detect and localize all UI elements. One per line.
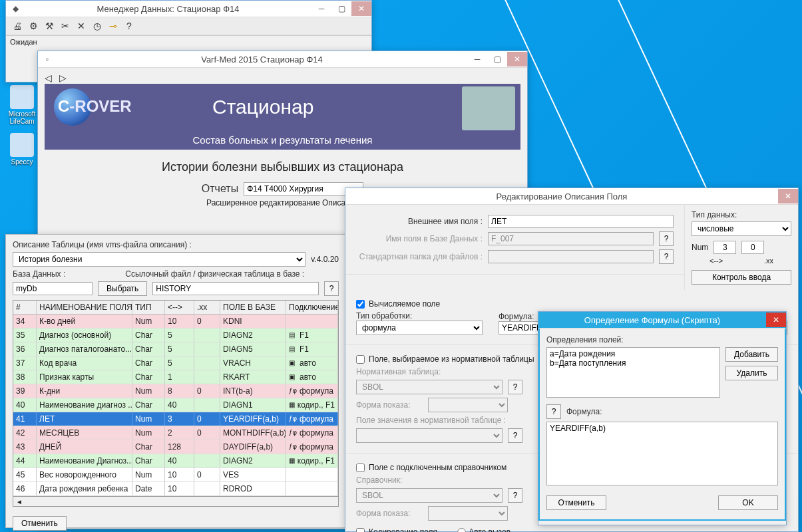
- formula-textarea[interactable]: [546, 422, 778, 485]
- close-button[interactable]: ✕: [507, 52, 527, 66]
- help-button[interactable]: ?: [508, 428, 522, 443]
- titlebar[interactable]: Редактирование Описания Поля ✕: [345, 188, 798, 205]
- close-button[interactable]: ✕: [778, 189, 798, 203]
- table-row[interactable]: 35Диагноз (основной)Char5DIAGN2▤ F1: [13, 329, 338, 342]
- tool-icon[interactable]: ⚙: [27, 20, 39, 32]
- key-icon[interactable]: ⊸: [107, 20, 119, 32]
- conn-icon: ▦: [289, 401, 296, 410]
- cut-icon[interactable]: ✂: [59, 20, 71, 32]
- titlebar[interactable]: Определение Формулы (Скрипта) ✕: [538, 312, 786, 329]
- select-db-button[interactable]: Выбрать: [98, 281, 147, 296]
- window-title: Редактирование Описания Поля: [345, 192, 778, 201]
- window-title: Менеджер Данных: Стационар Ф14: [25, 4, 311, 14]
- toolbar: 🖨 ⚙ ⚒ ✂ ✕ ◷ ⊸ ?: [6, 17, 371, 35]
- table-row[interactable]: 34К-во днейNum100KDNI: [13, 315, 338, 329]
- folder-label: Стандартная папка для файлов :: [356, 252, 483, 261]
- desktop-icon[interactable]: Microsoft LifeCam: [5, 85, 39, 125]
- hero-subtitle: Состав больных и результаты лечения: [45, 130, 520, 150]
- brand-logo: C-ROVER: [58, 97, 132, 116]
- db-name-input: [488, 232, 654, 245]
- table-row[interactable]: 44Наименование Диагноз...Char40DIAGN2▦ к…: [13, 454, 338, 468]
- conn-icon: ▣: [289, 359, 298, 368]
- norm-table-select: SBOL: [356, 380, 502, 394]
- ref-label: Справочник:: [356, 475, 423, 485]
- conn-icon: ▦: [289, 457, 296, 466]
- conn-icon: ▣: [289, 373, 298, 382]
- help-button[interactable]: ?: [508, 488, 522, 503]
- norm-value-label: Поле значения в нормативной таблице :: [356, 416, 506, 425]
- table-row[interactable]: 41ЛЕТNum30YEARDIFF(a,b)ƒφ формула: [13, 412, 338, 426]
- help-button[interactable]: ?: [546, 404, 561, 419]
- ref-table-input[interactable]: [152, 282, 319, 295]
- titlebar[interactable]: ▫ Varf-Med 2015 Стационар Ф14 ─ ▢ ✕: [38, 51, 527, 68]
- num-label: Num: [692, 243, 708, 252]
- dtype-label: Тип данных:: [692, 210, 791, 219]
- display-form-label: Форма показа:: [356, 400, 423, 410]
- cancel-button[interactable]: Отменить: [13, 516, 67, 531]
- num-dec-input[interactable]: [741, 241, 764, 254]
- conn-icon: ▤: [289, 345, 298, 354]
- add-button[interactable]: Добавить: [725, 347, 778, 362]
- close-button[interactable]: ✕: [351, 1, 371, 16]
- maximize-button[interactable]: ▢: [487, 52, 507, 66]
- display-form-select: [428, 398, 508, 412]
- tool-icon[interactable]: ⚒: [43, 20, 55, 32]
- cancel-button[interactable]: Отменить: [546, 495, 606, 510]
- norm-table-label: Нормативная таблица:: [356, 367, 456, 376]
- dtype-select[interactable]: числовые: [692, 221, 791, 236]
- desc-label: Описание Таблицы (имя vms-файла описания…: [13, 240, 339, 249]
- display-form-label-2: Форма показа:: [356, 509, 423, 518]
- table-row[interactable]: 40Наименование диагноз ...Char40DIAGN1▦ …: [13, 398, 338, 412]
- minimize-button[interactable]: ─: [311, 1, 331, 16]
- maximize-button[interactable]: ▢: [331, 1, 351, 16]
- db-label: База Данных :: [13, 269, 65, 279]
- conn-icon: ƒφ: [289, 443, 298, 452]
- help-button[interactable]: ?: [508, 380, 522, 394]
- proc-type-label: Тип обработки:: [356, 311, 483, 321]
- help-button[interactable]: ?: [324, 281, 339, 296]
- table-row[interactable]: 37Код врачаChar5VRACH▣ авто: [13, 356, 338, 370]
- table-row[interactable]: 45Вес новорожденногоNum100VES: [13, 468, 338, 482]
- help-icon[interactable]: ?: [123, 20, 135, 32]
- help-button[interactable]: ?: [659, 249, 674, 264]
- ok-button[interactable]: OK: [718, 495, 778, 510]
- table-row[interactable]: 46Дата рождения ребенкаDate10RDROD: [13, 482, 338, 496]
- minimize-button[interactable]: ─: [467, 52, 487, 66]
- db-name-label: Имя поля в Базе Данных :: [356, 234, 483, 243]
- table-row[interactable]: 42МЕСЯЦЕВNum20MONTHDIFF(a,b)ƒφ формула: [13, 426, 338, 440]
- window-title: Varf-Med 2015 Стационар Ф14: [57, 55, 467, 65]
- table-row[interactable]: 38Признак картыChar1RKART▣ авто: [13, 370, 338, 384]
- proc-type-select[interactable]: формула: [356, 321, 483, 335]
- status-bar: Ожидан: [6, 35, 371, 48]
- scroll-left-icon[interactable]: ◄: [13, 498, 25, 505]
- num-width-input[interactable]: [713, 241, 736, 254]
- close-button[interactable]: ✕: [766, 313, 786, 327]
- print-icon[interactable]: 🖨: [11, 20, 23, 32]
- delete-button[interactable]: Удалить: [725, 366, 778, 380]
- table-row[interactable]: 43ДНЕЙChar128DAYDIFF(a,b)ƒφ формула: [13, 440, 338, 454]
- nav-prev-icon[interactable]: ◁: [42, 72, 54, 84]
- hero-title: Стационар: [212, 96, 313, 118]
- fields-grid[interactable]: #НАИМЕНОВАНИЕ ПОЛЯТИП<-->.xxПОЛЕ В БАЗЕП…: [13, 300, 339, 497]
- help-button[interactable]: ?: [659, 231, 674, 246]
- calc-field-checkbox[interactable]: Вычисляемое поле: [356, 299, 787, 309]
- conn-icon: ▤: [289, 331, 298, 340]
- table-row[interactable]: 39К-дниNum80INT(b-a)ƒφ формула: [13, 384, 338, 398]
- defs-textarea[interactable]: [546, 347, 720, 398]
- coding-checkbox[interactable]: Кодирование поля: [356, 527, 437, 532]
- db-input[interactable]: [13, 282, 93, 295]
- nav-next-icon[interactable]: ▷: [57, 72, 69, 84]
- table-editor-panel: Описание Таблицы (имя vms-файла описания…: [5, 234, 346, 528]
- hero-banner: C-ROVER Стационар: [45, 84, 520, 130]
- defs-label: Определения полей:: [546, 335, 778, 344]
- clock-icon[interactable]: ◷: [91, 20, 103, 32]
- settings-icon[interactable]: ✕: [75, 20, 87, 32]
- ext-name-input[interactable]: [488, 215, 674, 228]
- input-control-button[interactable]: Контроль ввода: [692, 270, 791, 285]
- desktop-icon[interactable]: Speccy: [5, 133, 39, 166]
- titlebar[interactable]: ◆ Менеджер Данных: Стационар Ф14 ─ ▢ ✕: [6, 1, 371, 17]
- table-row[interactable]: 36Диагноз паталогоанато...Char5DIAGN5▤ F…: [13, 342, 338, 356]
- conn-icon: ƒφ: [289, 387, 298, 396]
- description-select[interactable]: История болезни: [13, 252, 305, 267]
- auto-call-radio[interactable]: Авто вызов: [457, 527, 514, 532]
